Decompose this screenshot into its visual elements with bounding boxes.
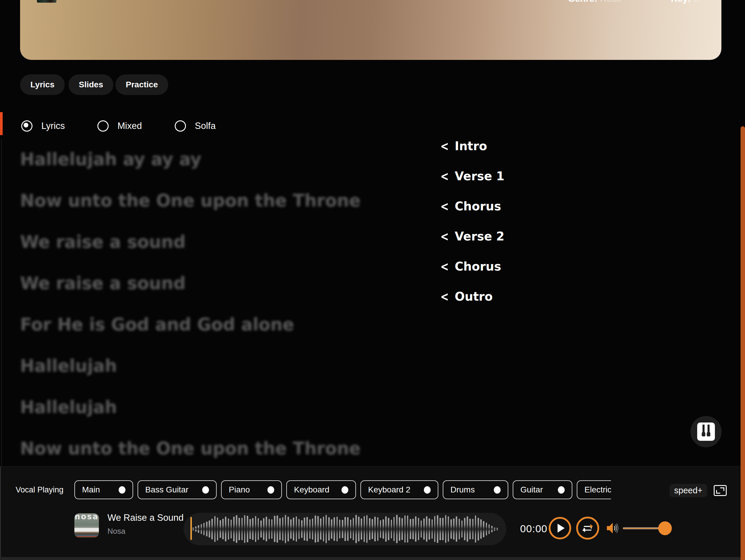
chevron-left-icon: <	[441, 169, 449, 184]
repeat-icon	[581, 521, 594, 535]
album-art: nosa #weraiseasound	[74, 514, 99, 537]
chevron-left-icon: <	[441, 259, 449, 274]
view-mode-mixed[interactable]: Mixed	[97, 120, 142, 132]
track-toggle-guitar[interactable]: Guitar	[513, 480, 572, 499]
scrollbar-thumb[interactable]	[741, 126, 745, 560]
toggle-dot-icon	[342, 486, 348, 494]
lyric-line: Now unto the One upon the Throne	[20, 428, 420, 469]
section-verse-1[interactable]: < Verse 1	[441, 161, 505, 191]
toggle-dot-icon	[267, 486, 274, 494]
toggle-dot-icon	[494, 486, 500, 494]
lyric-line: Hallelujah ay ay ay	[20, 139, 420, 180]
track-toggle-electric-guitar[interactable]: Electric Guitar	[577, 480, 611, 499]
section-chorus-2[interactable]: < Chorus	[441, 252, 505, 282]
playhead-cursor[interactable]	[190, 517, 192, 540]
toggle-dot-icon	[558, 486, 565, 494]
section-list: < Intro < Verse 1 < Chorus < Verse 2 < C…	[441, 131, 505, 311]
view-mode-lyrics[interactable]: Lyrics	[21, 120, 65, 132]
tab-practice[interactable]: Practice	[116, 74, 168, 95]
piano-keyboard-button[interactable]	[690, 416, 722, 447]
radio-icon[interactable]	[21, 120, 32, 132]
lyric-line: Hallelujah	[20, 387, 420, 428]
volume-slider-knob[interactable]	[658, 521, 672, 535]
bottom-edge-strip	[0, 557, 745, 560]
speed-button[interactable]: speed+	[670, 484, 707, 497]
toggle-dot-icon	[119, 486, 125, 494]
tab-lyrics[interactable]: Lyrics	[20, 74, 65, 95]
chevron-left-icon: <	[441, 199, 449, 213]
player-song-title: We Raise a Sound	[107, 513, 184, 523]
meta-key: Key: D	[671, 0, 721, 6]
track-toggle-keyboard-2[interactable]: Keyboard 2	[360, 480, 438, 499]
tab-slides[interactable]: Slides	[68, 74, 114, 95]
view-mode-solfa[interactable]: Solfa	[175, 120, 216, 132]
left-accent-strip	[0, 112, 3, 135]
section-intro[interactable]: < Intro	[441, 131, 505, 161]
track-toggle-drums[interactable]: Drums	[443, 480, 508, 499]
track-toggle-keyboard[interactable]: Keyboard	[286, 480, 356, 499]
lyrics-panel: Hallelujah ay ay ay Now unto the One upo…	[1, 139, 420, 466]
lyric-line: For He is God and God alone	[20, 304, 420, 345]
album-art-caption: #weraiseasound	[74, 532, 99, 534]
radio-icon[interactable]	[97, 120, 109, 132]
lyric-line: Now unto the One upon the Throne	[20, 180, 420, 221]
toggle-dot-icon	[202, 486, 209, 494]
album-art-logo: nosa	[74, 514, 99, 521]
song-header-card: We Raise a Sound Rehearsed by: 0 Theme: …	[20, 0, 721, 60]
track-toggle-bass-guitar[interactable]: Bass Guitar	[137, 480, 217, 499]
waveform-seekbar[interactable]	[184, 513, 506, 545]
app-root: We Raise a Sound Rehearsed by: 0 Theme: …	[0, 0, 745, 560]
volume-icon[interactable]	[606, 521, 620, 536]
player-song-artist: Nosa	[107, 527, 125, 536]
fullscreen-icon[interactable]	[714, 485, 727, 496]
lyric-line: We raise a sound	[20, 263, 420, 304]
track-toggle-piano[interactable]: Piano	[221, 480, 282, 499]
lyric-line: Hallelujah	[20, 345, 420, 387]
now-playing-track-label: Vocal Playing	[15, 485, 63, 494]
current-time: 00:00	[520, 523, 548, 535]
waveform-bars	[192, 513, 503, 545]
track-toggle-main[interactable]: Main	[74, 480, 133, 499]
meta-genre: Genre: Rock	[568, 0, 636, 6]
album-art-sliver	[37, 0, 56, 3]
lyric-line: We raise a sound	[20, 221, 420, 263]
meta-column-right: Duration: 7:17 Key: D	[671, 0, 721, 6]
chevron-left-icon: <	[441, 139, 449, 154]
chevron-left-icon: <	[441, 229, 449, 244]
section-outro[interactable]: < Outro	[441, 282, 505, 311]
play-button[interactable]	[549, 517, 571, 539]
track-toggle-strip: Main Bass Guitar Piano Keyboard Keyboard…	[74, 480, 611, 500]
radio-icon[interactable]	[175, 120, 186, 132]
toggle-dot-icon	[424, 486, 431, 494]
chevron-left-icon: <	[441, 289, 449, 304]
piano-icon	[697, 422, 715, 441]
section-chorus-1[interactable]: < Chorus	[441, 191, 505, 221]
play-icon	[557, 524, 565, 533]
section-verse-2[interactable]: < Verse 2	[441, 221, 505, 252]
meta-column-left: Theme: Worship Genre: Rock	[568, 0, 636, 6]
loop-button[interactable]	[576, 517, 599, 540]
